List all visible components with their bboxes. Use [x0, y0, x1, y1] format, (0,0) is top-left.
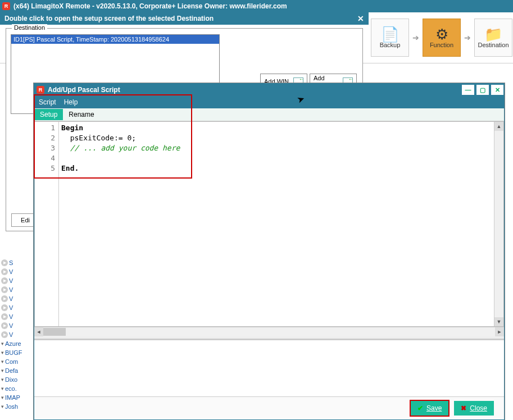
tree-group[interactable]: ▾eco.	[0, 384, 33, 393]
close-button[interactable]: ✕	[491, 84, 504, 95]
code-text[interactable]: Begin psExitCode:= 0; // ... add your co…	[59, 122, 494, 326]
maximize-button[interactable]: ▢	[476, 84, 489, 95]
toolbar-function-label: Function	[430, 42, 453, 48]
tree-group[interactable]: ▾BUGF	[0, 348, 33, 357]
tree-item[interactable]: ▶V	[0, 276, 33, 285]
tabbar: Setup Rename	[34, 108, 504, 121]
scroll-right-icon[interactable]: ►	[495, 327, 504, 336]
close-label: Close	[470, 404, 487, 412]
tree-group[interactable]: ▾Dixo	[0, 375, 33, 384]
arrow-icon: ➔	[412, 33, 419, 42]
chevron-down-icon: ▾	[1, 368, 4, 373]
folder-icon: 📁	[484, 27, 502, 42]
chevron-down-icon: ▾	[1, 350, 4, 355]
destination-group-label: Destination	[12, 24, 47, 31]
main-window-title: (x64) LimagitoX Remote - v2020.5.13.0, C…	[13, 0, 287, 12]
tab-setup[interactable]: Setup	[34, 109, 63, 120]
scroll-left-icon[interactable]: ◄	[34, 327, 43, 336]
minimize-button[interactable]: —	[461, 84, 475, 95]
tab-rename[interactable]: Rename	[63, 109, 99, 120]
save-label: Save	[426, 404, 442, 412]
tree-item[interactable]: ▶V	[0, 303, 33, 312]
tree-group[interactable]: ▾Josh	[0, 402, 33, 411]
save-button[interactable]: ✔Save	[411, 401, 448, 416]
output-pane	[34, 339, 504, 396]
app-icon: R	[37, 86, 44, 94]
scroll-thumb[interactable]	[43, 328, 66, 336]
menu-help[interactable]: Help	[64, 98, 78, 106]
chevron-down-icon: ▾	[1, 377, 4, 382]
toolbar-backup-label: Backup	[380, 42, 401, 48]
play-icon: ▶	[1, 286, 8, 293]
play-icon: ▶	[1, 304, 8, 311]
main-window-titlebar: R (x64) LimagitoX Remote - v2020.5.13.0,…	[0, 0, 513, 12]
file-icon: 📄	[381, 27, 399, 42]
play-icon: ▶	[1, 322, 8, 329]
action-bar: ✔Save ✖Close	[34, 396, 504, 419]
destination-list-item[interactable]: ID1[PS] Pascal Script, TimeStamp: 202005…	[11, 35, 219, 44]
tree-item[interactable]: ▶V	[0, 312, 33, 321]
app-icon: R	[2, 2, 10, 10]
check-icon: ✔	[417, 404, 423, 412]
scroll-up-icon[interactable]: ▲	[494, 122, 503, 131]
play-icon: ▶	[1, 331, 8, 338]
chevron-down-icon: ▾	[1, 359, 4, 364]
toolbar-function-button[interactable]: ⚙ Function	[423, 19, 461, 57]
pascal-script-title: Add/Upd Pascal Script	[48, 86, 120, 94]
chevron-down-icon: ▾	[1, 386, 4, 391]
menubar: Script Help	[34, 96, 504, 108]
setup-hint-bar: Double click to open the setup screen of…	[0, 12, 369, 25]
tree-item[interactable]: ▶V	[0, 267, 33, 276]
arrow-icon: ➔	[464, 33, 471, 42]
tree-group[interactable]: ▾IMAP	[0, 393, 33, 402]
play-icon: ▶	[1, 268, 8, 275]
line-gutter: 1 2 3 4 5	[35, 122, 59, 326]
pascal-script-window: R Add/Upd Pascal Script — ▢ ✕ Script Hel…	[34, 83, 505, 420]
tree-item[interactable]: ▶V	[0, 321, 33, 330]
tree-item[interactable]: ▶V	[0, 285, 33, 294]
code-editor[interactable]: 1 2 3 4 5 Begin psExitCode:= 0; // ... a…	[34, 121, 504, 327]
play-icon: ▶	[1, 295, 8, 302]
chevron-down-icon: ▾	[1, 341, 4, 346]
tree-item[interactable]: ▶S	[0, 258, 33, 267]
tree-group[interactable]: ▾Defa	[0, 366, 33, 375]
chevron-down-icon: ▾	[1, 395, 4, 400]
scroll-down-icon[interactable]: ▼	[494, 317, 503, 326]
gear-icon: ⚙	[435, 27, 448, 42]
tree-item[interactable]: ▶V	[0, 294, 33, 303]
menu-script[interactable]: Script	[39, 98, 56, 106]
toolbar-destination-label: Destination	[478, 42, 509, 48]
close-button[interactable]: ✖Close	[454, 401, 494, 416]
cross-icon: ✖	[461, 404, 466, 412]
vertical-scrollbar[interactable]: ▲ ▼	[494, 122, 503, 326]
tree-group[interactable]: ▾Azure	[0, 339, 33, 348]
toolbar-destination-button[interactable]: 📁 Destination	[474, 19, 512, 57]
play-icon: ▶	[1, 259, 8, 266]
tree-item[interactable]: ▶V	[0, 330, 33, 339]
setup-hint-close-icon[interactable]: ✕	[357, 14, 364, 23]
scroll-track[interactable]	[43, 327, 495, 336]
play-icon: ▶	[1, 277, 8, 284]
toolbar-backup-button[interactable]: 📄 Backup	[371, 19, 409, 57]
chevron-down-icon: ▾	[1, 404, 4, 409]
play-icon: ▶	[1, 313, 8, 320]
pascal-script-titlebar[interactable]: R Add/Upd Pascal Script — ▢ ✕	[34, 84, 504, 96]
rules-tree: ▶S ▶V ▶V ▶V ▶V ▶V ▶V ▶V ▶V ▾Azure ▾BUGF …	[0, 258, 33, 420]
tree-group[interactable]: ▾Com	[0, 357, 33, 366]
setup-hint-text: Double click to open the setup screen of…	[4, 15, 214, 22]
horizontal-scrollbar[interactable]: ◄ ►	[34, 327, 504, 336]
